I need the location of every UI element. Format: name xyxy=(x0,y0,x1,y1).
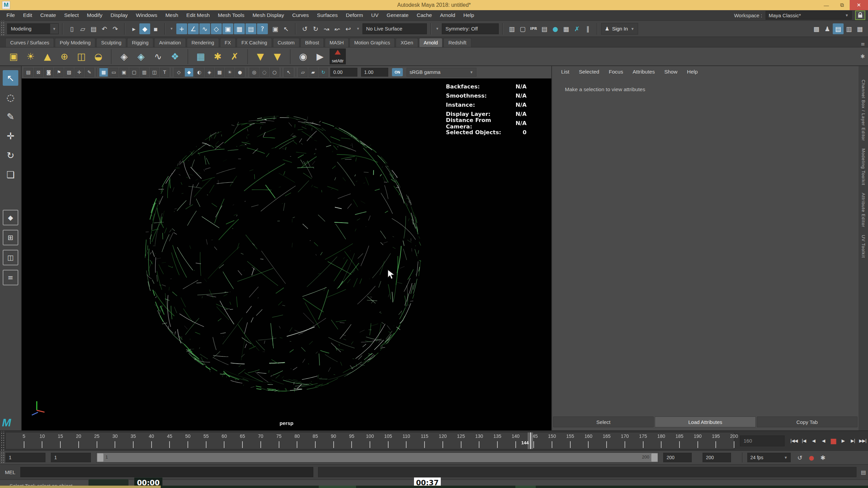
shelf-menu-icon[interactable]: ≡ xyxy=(861,41,865,47)
playback-speed-select[interactable]: 24 fps ▼ xyxy=(747,453,791,462)
playback-start-field[interactable]: 1 xyxy=(51,453,91,462)
save-scene-icon[interactable]: ▤ xyxy=(88,23,99,34)
channel-box-icon[interactable]: ▦ xyxy=(854,23,865,34)
history-queue-icon[interactable]: ↜ xyxy=(332,23,343,34)
sidebar-tab-attribute-editor[interactable]: Attribute Editor xyxy=(861,193,866,227)
menu-create[interactable]: Create xyxy=(37,11,60,20)
shelf-tab-rigging[interactable]: Rigging xyxy=(127,38,153,47)
shelf-tab-sculpting[interactable]: Sculpting xyxy=(96,38,126,47)
step-back-frame-button[interactable]: ◀ xyxy=(809,436,818,446)
time-slider-grip[interactable] xyxy=(0,431,4,450)
outliner-layout-button[interactable]: ≡ xyxy=(3,270,18,285)
standin-export-icon[interactable]: ◈ xyxy=(134,49,149,64)
menu-edit[interactable]: Edit xyxy=(19,11,36,20)
step-forward-frame-button[interactable]: ▶ xyxy=(839,436,848,446)
bookmark-icon[interactable]: ⚑ xyxy=(54,68,63,77)
history-rebuild-icon[interactable]: ↩ xyxy=(343,23,354,34)
shaded-icon[interactable]: ◆ xyxy=(184,68,194,77)
command-line-output[interactable] xyxy=(318,467,856,477)
select-tool[interactable]: ↖ xyxy=(3,70,18,86)
light-blocker-icon[interactable]: ▼ xyxy=(270,49,285,64)
camera-attributes-icon[interactable]: ◙ xyxy=(44,68,53,77)
load-attributes-button[interactable]: Load Attributes xyxy=(655,416,755,427)
flipbook-play-icon[interactable]: ▶ xyxy=(313,49,328,64)
character-controls-icon[interactable]: ♟ xyxy=(822,23,833,34)
copy-tab-button[interactable]: Copy Tab xyxy=(757,416,857,427)
menu-arnold[interactable]: Arnold xyxy=(436,11,459,20)
field-chart-icon[interactable]: ▥ xyxy=(140,68,149,77)
safe-title-icon[interactable]: T xyxy=(160,68,169,77)
gate-mask-icon[interactable]: ▢ xyxy=(130,68,139,77)
shelf-tab-custom[interactable]: Custom xyxy=(273,38,299,47)
sidebar-tab-modeling-toolkit[interactable]: Modeling Toolkit xyxy=(861,148,866,185)
script-editor-icon[interactable]: ▤ xyxy=(861,469,866,475)
symmetry-field[interactable]: Symmetry: Off xyxy=(442,23,499,34)
select-button[interactable]: Select xyxy=(553,416,654,427)
render-settings-icon[interactable]: ▤ xyxy=(539,23,550,34)
render-view-icon[interactable]: ▦ xyxy=(193,49,208,64)
image-plane-icon[interactable]: ▧ xyxy=(64,68,74,77)
menu-file[interactable]: File xyxy=(3,11,19,20)
point-light-icon[interactable]: ☀ xyxy=(23,49,38,64)
shelf-tab-animation[interactable]: Animation xyxy=(154,38,185,47)
chevron-down-icon[interactable]: ▼ xyxy=(356,27,360,30)
sidebar-tab-channel-box-layer-editor[interactable]: Channel Box / Layer Editor xyxy=(861,80,866,141)
default-material-icon[interactable]: ▩ xyxy=(215,68,224,77)
select-object-icon[interactable]: ◆ xyxy=(139,23,150,34)
menu-mesh[interactable]: Mesh xyxy=(162,11,182,20)
history-list-icon[interactable]: ↝ xyxy=(321,23,332,34)
highlight-selection-icon[interactable]: ↖ xyxy=(281,23,292,34)
new-scene-icon[interactable]: ▯ xyxy=(66,23,77,34)
render-region-icon[interactable]: ▢ xyxy=(517,23,528,34)
play-backwards-button[interactable]: ◀ xyxy=(819,436,828,446)
volume-icon[interactable]: ❖ xyxy=(167,49,182,64)
isolate-select-icon[interactable]: ↖ xyxy=(284,68,293,77)
menu-uv[interactable]: UV xyxy=(368,11,382,20)
wireframe-on-shaded-icon[interactable]: ◈ xyxy=(205,68,214,77)
shelf-tab-fx-caching[interactable]: FX Caching xyxy=(237,38,272,47)
modeling-toolkit-icon[interactable]: ▩ xyxy=(811,23,822,34)
paint-select-tool[interactable]: ✎ xyxy=(3,109,18,124)
grease-pencil-icon[interactable]: ✎ xyxy=(85,68,94,77)
xray-joints-icon[interactable]: ▰ xyxy=(309,68,318,77)
render-frame-icon[interactable]: ▥ xyxy=(507,23,517,34)
shelf-tab-rendering[interactable]: Rendering xyxy=(187,38,219,47)
pan-zoom-2d-icon[interactable]: ✛ xyxy=(75,68,84,77)
two-pane-layout-button[interactable]: ◫ xyxy=(3,250,18,265)
photometric-light-icon[interactable]: ◒ xyxy=(91,49,106,64)
ipr-render-icon[interactable]: IPR xyxy=(528,23,539,34)
exposure-field[interactable]: 0.00 xyxy=(330,68,357,77)
lock-selection-icon[interactable]: ▣ xyxy=(270,23,281,34)
shadows-icon[interactable]: ● xyxy=(235,68,244,77)
chevron-down-icon[interactable]: ▼ xyxy=(436,27,439,30)
shelf-tab-curves-surfaces[interactable]: Curves / Surfaces xyxy=(5,38,54,47)
menu-curves[interactable]: Curves xyxy=(289,11,313,20)
curve-collector-icon[interactable]: ∿ xyxy=(151,49,165,64)
anti-alias-icon[interactable]: ○ xyxy=(270,68,279,77)
current-frame-field[interactable]: 160 xyxy=(740,435,785,446)
go-to-start-button[interactable]: |◀◀ xyxy=(789,436,798,446)
lock-camera-icon[interactable]: ⊠ xyxy=(34,68,43,77)
area-light-icon[interactable]: ▣ xyxy=(6,49,21,64)
make-live-icon[interactable]: ▦ xyxy=(234,23,245,34)
menu-mesh-display[interactable]: Mesh Display xyxy=(249,11,288,20)
step-back-key-button[interactable]: |◀ xyxy=(799,436,808,446)
single-pane-layout-button[interactable]: ◆ xyxy=(3,210,18,225)
set-attr-button[interactable]: setAttr xyxy=(330,48,346,64)
shelf-editor-icon[interactable]: ✱ xyxy=(861,53,865,60)
tx-manager-icon[interactable]: ✱ xyxy=(210,49,225,64)
range-end-handle[interactable] xyxy=(651,453,657,462)
hypershade-icon[interactable]: ● xyxy=(550,23,561,34)
animation-preferences-icon[interactable]: ✱ xyxy=(817,452,829,463)
shelf-tab-xgen[interactable]: XGen xyxy=(396,38,418,47)
ae-menu-show[interactable]: Show xyxy=(660,67,681,76)
color-management-toggle[interactable]: ON xyxy=(392,68,403,76)
menu-modify[interactable]: Modify xyxy=(83,11,106,20)
construction-history-off-icon[interactable]: ↻ xyxy=(310,23,321,34)
lasso-select-tool[interactable]: ◌ xyxy=(3,89,18,105)
attribute-editor-icon[interactable]: ▤ xyxy=(833,23,844,34)
command-line-input[interactable] xyxy=(20,467,313,477)
shelf-tab-motion-graphics[interactable]: Motion Graphics xyxy=(350,38,395,47)
minimize-button[interactable]: — xyxy=(818,0,834,10)
menu-set-select[interactable]: Modeling ▼ xyxy=(7,23,59,34)
